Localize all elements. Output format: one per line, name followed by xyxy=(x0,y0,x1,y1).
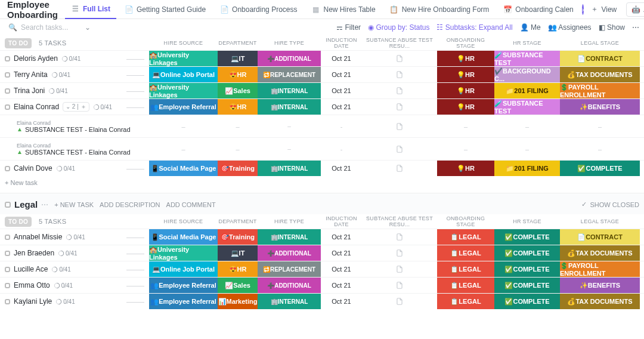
task-name-cell[interactable]: Emma Otto 0/41 ——— xyxy=(0,278,149,293)
department-cell[interactable]: 📈Sales xyxy=(218,83,258,98)
hr-stage-cell[interactable]: 🧪SUBSTANCE TEST xyxy=(494,99,560,115)
col-onboarding-stage[interactable]: ONBOARDING STAGE xyxy=(437,37,494,49)
task-name-cell[interactable]: Trina Joni 0/41 ——— xyxy=(0,83,149,98)
onboarding-stage-cell[interactable]: 📋LEGAL xyxy=(437,278,494,293)
col-hire-source[interactable]: HIRE SOURCE xyxy=(149,218,218,224)
legal-stage-cell[interactable]: 📄CONTRACT xyxy=(560,51,640,66)
me-button[interactable]: 👤 Me xyxy=(520,23,541,32)
tab-new-hire-form[interactable]: 📋 New Hire Onboarding Form xyxy=(384,0,496,19)
onboarding-stage-cell[interactable]: 📋LEGAL xyxy=(437,294,494,309)
table-row[interactable]: Elaina Conrad ⌄ 2 | ＋ 0/41 ——— 👥Employee… xyxy=(0,98,644,115)
table-row[interactable]: Kaylani Lyle 0/41 ——— 👥Employee Referral… xyxy=(0,293,644,309)
tab-full-list[interactable]: ☰ Full List xyxy=(65,0,116,19)
hire-source-cell[interactable]: 👥Employee Referral xyxy=(149,294,218,309)
onboarding-stage-cell[interactable]: 📋LEGAL xyxy=(437,261,494,277)
add-view-button[interactable]: ＋View xyxy=(586,2,621,17)
task-name-cell[interactable]: Kaylani Lyle 0/41 ——— xyxy=(0,294,149,309)
department-cell[interactable]: 🎯Training xyxy=(218,229,258,245)
hire-source-cell[interactable]: 🏫University Linkages xyxy=(149,83,218,98)
hr-stage-cell[interactable]: ✅COMPLETE xyxy=(494,229,560,245)
legal-stage-cell[interactable]: ✅COMPLETE xyxy=(560,161,640,176)
department-cell[interactable]: 📈Sales xyxy=(218,278,258,293)
tabs-scroll-right-icon[interactable]: › xyxy=(582,4,584,15)
hire-type-cell[interactable]: 🔁REPLACEMENT xyxy=(258,67,321,82)
status-pill-todo[interactable]: TO DO xyxy=(5,38,32,48)
hire-type-cell[interactable]: 🔁REPLACEMENT xyxy=(258,261,321,277)
tab-onboarding-process[interactable]: 📄 Onboarding Process xyxy=(214,0,303,19)
department-cell[interactable]: 😍HR xyxy=(218,99,258,115)
table-row[interactable]: Emma Otto 0/41 ——— 👥Employee Referral 📈S… xyxy=(0,277,644,293)
col-hr-stage[interactable]: HR STAGE xyxy=(494,218,560,224)
substance-cell[interactable] xyxy=(362,51,437,66)
new-task-link[interactable]: + NEW TASK xyxy=(54,201,94,208)
induction-date-cell[interactable]: Oct 21 xyxy=(321,294,362,309)
table-row[interactable]: Elaina Conrad ▲SUBSTANCE TEST - Elaina C… xyxy=(0,137,644,160)
status-dot-icon[interactable] xyxy=(5,235,10,240)
hire-source-cell[interactable]: 📱Social Media Page xyxy=(149,229,218,245)
legal-stage-cell[interactable]: 💰TAX DOCUMENTS xyxy=(560,67,640,82)
department-cell[interactable]: 💻IT xyxy=(218,245,258,261)
induction-date-cell[interactable]: Oct 21 xyxy=(321,261,362,277)
legal-stage-cell[interactable]: ✨BENEFITS xyxy=(560,278,640,293)
hire-source-cell[interactable]: 👥Employee Referral xyxy=(149,99,218,115)
hr-stage-cell[interactable]: ✅COMPLETE xyxy=(494,245,560,261)
department-cell[interactable]: 🎯Training xyxy=(218,161,258,176)
add-comment-link[interactable]: ADD COMMENT xyxy=(166,201,216,208)
new-task-button[interactable]: + New task xyxy=(0,176,644,189)
induction-date-cell[interactable]: Oct 21 xyxy=(321,161,362,176)
task-name-cell[interactable]: Jen Braeden 0/41 ——— xyxy=(0,245,149,261)
induction-date-cell[interactable]: Oct 21 xyxy=(321,245,362,261)
hire-type-cell[interactable]: 🏢INTERNAL xyxy=(258,294,321,309)
status-dot-icon[interactable] xyxy=(5,104,10,110)
status-dot-icon[interactable] xyxy=(5,283,10,288)
legal-stage-cell[interactable]: 📄CONTRACT xyxy=(560,229,640,245)
subtask-name[interactable]: Elaina Conrad ▲SUBSTANCE TEST - Elaina C… xyxy=(0,138,149,160)
status-pill-todo[interactable]: TO DO xyxy=(5,217,32,227)
induction-date-cell[interactable]: Oct 21 xyxy=(321,67,362,82)
substance-cell[interactable] xyxy=(362,161,437,176)
hire-type-cell[interactable]: 🏢INTERNAL xyxy=(258,229,321,245)
table-row[interactable]: Lucille Ace 0/41 ——— 💻Online Job Portal … xyxy=(0,261,644,277)
progress-badge[interactable]: 0/41 xyxy=(61,56,80,62)
table-row[interactable]: Jen Braeden 0/41 ——— 🏫University Linkage… xyxy=(0,245,644,261)
legal-stage-cell[interactable]: ✨BENEFITS xyxy=(560,99,640,115)
table-row[interactable]: Elaina Conrad ▲SUBSTANCE TEST - Elaina C… xyxy=(0,115,644,137)
col-department[interactable]: DEPARTMENT xyxy=(218,40,258,46)
col-hr-stage[interactable]: HR STAGE xyxy=(494,40,560,46)
hire-source-cell[interactable]: 💻Online Job Portal xyxy=(149,67,218,82)
progress-badge[interactable]: 0/41 xyxy=(55,298,75,305)
substance-cell[interactable] xyxy=(362,67,437,82)
onboarding-stage-cell[interactable]: 💡HR xyxy=(437,161,494,176)
col-legal-stage[interactable]: LEGAL STAGE xyxy=(560,40,640,46)
assignees-button[interactable]: 👥 Assignees xyxy=(548,23,592,32)
hr-stage-cell[interactable]: 📁201 FILING xyxy=(494,83,560,98)
hire-source-cell[interactable]: 👥Employee Referral xyxy=(149,278,218,293)
show-closed-button[interactable]: ✓ SHOW CLOSED xyxy=(581,201,639,208)
task-name-cell[interactable]: Calvin Dove 0/41 ——— xyxy=(0,161,149,176)
task-name-cell[interactable]: Terry Anita 0/41 ——— xyxy=(0,67,149,82)
more-icon[interactable]: ⋯ xyxy=(41,201,48,209)
hire-type-cell[interactable]: 🏢INTERNAL xyxy=(258,99,321,115)
onboarding-stage-cell[interactable]: 📋LEGAL xyxy=(437,229,494,245)
col-induction-date[interactable]: INDUCTION DATE xyxy=(321,37,362,49)
group-by-button[interactable]: ◉ Group by: Status xyxy=(368,23,429,32)
progress-badge[interactable]: 0/41 xyxy=(51,266,70,273)
department-cell[interactable]: 💻IT xyxy=(218,51,258,66)
hr-stage-cell[interactable]: 📁201 FILING xyxy=(494,161,560,176)
onboarding-stage-cell[interactable]: 💡HR xyxy=(437,67,494,82)
substance-cell[interactable] xyxy=(362,278,437,293)
onboarding-stage-cell[interactable]: 💡HR xyxy=(437,83,494,98)
progress-badge[interactable]: 0/41 xyxy=(54,282,73,289)
col-onboarding-stage[interactable]: ONBOARDING STAGE xyxy=(437,215,494,227)
col-department[interactable]: DEPARTMENT xyxy=(218,218,258,224)
legal-stage-cell[interactable]: 💲PAYROLL ENROLLMENT xyxy=(560,261,640,277)
substance-cell[interactable] xyxy=(362,83,437,98)
hire-source-cell[interactable]: 🏫University Linkages xyxy=(149,51,218,66)
induction-date-cell[interactable]: Oct 21 xyxy=(321,229,362,245)
filter-button[interactable]: ⚎ Filter xyxy=(336,23,361,32)
status-dot-icon[interactable] xyxy=(5,251,10,256)
hr-stage-cell[interactable]: ✅COMPLETE xyxy=(494,278,560,293)
chevron-down-icon[interactable]: ⌄ xyxy=(85,23,91,32)
legal-stage-cell[interactable]: 💲PAYROLL ENROLLMENT xyxy=(560,83,640,98)
col-hire-type[interactable]: HIRE TYPE xyxy=(258,218,321,224)
